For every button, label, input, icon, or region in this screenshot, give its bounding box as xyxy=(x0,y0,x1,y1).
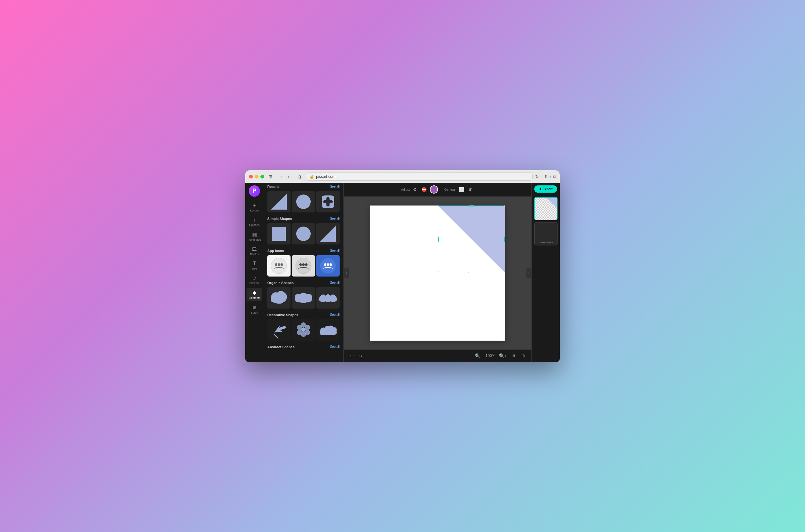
sidebar-item-stickers[interactable]: ☺ Stickers xyxy=(246,273,262,287)
triangle-element[interactable] xyxy=(438,206,505,273)
svg-point-21 xyxy=(305,325,310,330)
photos-icon: 🖼 xyxy=(252,246,257,252)
fit-button[interactable]: ⊕ xyxy=(520,352,526,360)
sidebar-item-label: Layout xyxy=(250,209,258,212)
lock-icon: 🔒 xyxy=(309,174,314,179)
batch-icon: ⊕ xyxy=(253,304,257,310)
sidebar-item-layout[interactable]: ⊞ Layout xyxy=(246,201,262,214)
inactive-thumbnail[interactable]: 1080x1080px xyxy=(534,222,557,245)
back-button[interactable]: ‹ xyxy=(279,173,285,180)
redo-button[interactable]: ↪ xyxy=(358,352,364,360)
share-button[interactable]: ⬆ xyxy=(544,174,548,179)
app-icons-section-header: App Icons See all xyxy=(263,247,343,254)
decorative-shapes-see-all[interactable]: See all xyxy=(330,313,340,317)
list-item[interactable] xyxy=(316,191,340,212)
list-item[interactable] xyxy=(292,255,315,277)
sidebar-item-label: Uploads xyxy=(249,224,259,227)
list-item[interactable] xyxy=(292,191,315,212)
list-item[interactable] xyxy=(267,319,291,341)
sidebar-item-text[interactable]: T Text xyxy=(246,259,262,272)
browser-chrome: ⊞ ‹ › ◑ 🔒 picsart.com ↻ ⬆ + ⧉ xyxy=(245,170,560,183)
abstract-shapes-see-all[interactable]: See all xyxy=(330,345,340,348)
zoom-controls: 🔍- 100% 🔍+ 👁 ⊕ xyxy=(474,352,526,360)
collapse-left-button[interactable]: ‹ xyxy=(344,268,349,278)
maximize-button[interactable] xyxy=(260,175,264,178)
canvas-area: Adjust ⚙ ⛔ General ⬜ 🗑 ‹ xyxy=(344,183,531,362)
list-item[interactable] xyxy=(316,287,340,308)
list-item[interactable] xyxy=(316,223,340,245)
svg-point-12 xyxy=(305,263,308,266)
sidebar-item-label: Text xyxy=(252,267,257,270)
export-button[interactable]: ⬇ Export xyxy=(534,185,557,193)
preview-button[interactable]: 👁 xyxy=(511,352,517,360)
sidebar-item-label: Elements xyxy=(249,296,260,300)
right-panel: ⬇ Export xyxy=(531,183,560,362)
canvas-toolbar: Adjust ⚙ ⛔ General ⬜ 🗑 xyxy=(344,183,531,197)
simple-shapes-see-all[interactable]: See all xyxy=(330,217,340,220)
decorative-shapes-grid xyxy=(263,318,343,343)
sidebar-item-batch[interactable]: ⊕ Botch xyxy=(246,303,262,316)
canvas[interactable] xyxy=(370,206,505,341)
list-item[interactable] xyxy=(292,287,315,308)
duplicate-button[interactable]: ⬜ xyxy=(458,186,465,193)
recent-title: Recent xyxy=(267,185,279,189)
sidebar-item-label: Botch xyxy=(251,311,258,314)
simple-shapes-title: Simple Shapes xyxy=(267,217,292,221)
sidebar-item-photos[interactable]: 🖼 Photos xyxy=(246,245,262,258)
svg-rect-2 xyxy=(272,227,286,241)
list-item[interactable] xyxy=(267,287,291,308)
zoom-out-button[interactable]: 🔍- xyxy=(474,352,483,360)
active-thumbnail[interactable] xyxy=(534,197,557,220)
svg-point-22 xyxy=(297,330,302,335)
decorative-shapes-section-header: Decorative Shapes See all xyxy=(263,311,343,318)
delete-button[interactable]: 🗑 xyxy=(467,186,474,193)
adjust-label: Adjust xyxy=(401,188,410,191)
export-label: Export xyxy=(543,187,553,191)
sidebar-item-label: Templates xyxy=(248,238,261,241)
decorative-shapes-title: Decorative Shapes xyxy=(267,313,298,317)
icon-nav: P ⊞ Layout ↑ Uploads ▦ Templates 🖼 Photo… xyxy=(245,183,263,362)
list-item[interactable] xyxy=(316,319,340,341)
picsart-logo[interactable]: P xyxy=(249,185,260,197)
svg-point-7 xyxy=(278,263,280,266)
list-item[interactable] xyxy=(316,255,340,277)
svg-point-14 xyxy=(324,263,326,266)
elements-panel: Recent See all xyxy=(263,183,344,362)
app-icons-see-all[interactable]: See all xyxy=(330,249,340,252)
sidebar-item-elements[interactable]: ◆ Elements xyxy=(246,288,262,301)
elements-icon: ◆ xyxy=(253,290,256,296)
adjust-sliders-button[interactable]: ⚙ xyxy=(411,186,418,193)
organic-shapes-title: Organic Shapes xyxy=(267,281,294,285)
svg-marker-25 xyxy=(438,206,505,273)
list-item[interactable] xyxy=(267,255,291,277)
refresh-button[interactable]: ↻ xyxy=(535,174,539,179)
general-group: General ⬜ 🗑 xyxy=(444,186,474,193)
color-picker[interactable] xyxy=(430,185,438,194)
browser-actions: ⬆ + ⧉ xyxy=(544,174,556,179)
new-tab-button[interactable]: + xyxy=(549,174,552,179)
close-button[interactable] xyxy=(249,175,253,178)
theme-button[interactable]: ◑ xyxy=(296,173,304,180)
collapse-right-button[interactable]: › xyxy=(526,268,531,278)
list-item[interactable] xyxy=(267,223,291,245)
organic-shapes-see-all[interactable]: See all xyxy=(330,281,340,284)
url-bar[interactable]: 🔒 picsart.com xyxy=(306,172,532,181)
list-item[interactable] xyxy=(267,191,291,212)
svg-point-1 xyxy=(296,194,311,209)
tabs-button[interactable]: ⧉ xyxy=(553,174,556,179)
sidebar-item-uploads[interactable]: ↑ Uploads xyxy=(246,215,262,228)
organic-shapes-section-header: Organic Shapes See all xyxy=(263,279,343,286)
stickers-icon: ☺ xyxy=(252,275,257,281)
list-item[interactable] xyxy=(292,319,315,341)
undo-button[interactable]: ↩ xyxy=(349,352,355,360)
recent-see-all[interactable]: See all xyxy=(330,185,340,188)
sidebar-toggle-button[interactable]: ⊞ xyxy=(267,173,274,180)
forward-button[interactable]: › xyxy=(286,173,291,180)
zoom-in-button[interactable]: 🔍+ xyxy=(498,352,508,360)
list-item[interactable] xyxy=(292,223,315,245)
svg-line-17 xyxy=(274,334,278,338)
sidebar-item-templates[interactable]: ▦ Templates xyxy=(246,230,262,243)
minimize-button[interactable] xyxy=(255,175,258,178)
adjust-color-button[interactable]: ⛔ xyxy=(420,186,428,193)
svg-point-8 xyxy=(280,263,283,266)
